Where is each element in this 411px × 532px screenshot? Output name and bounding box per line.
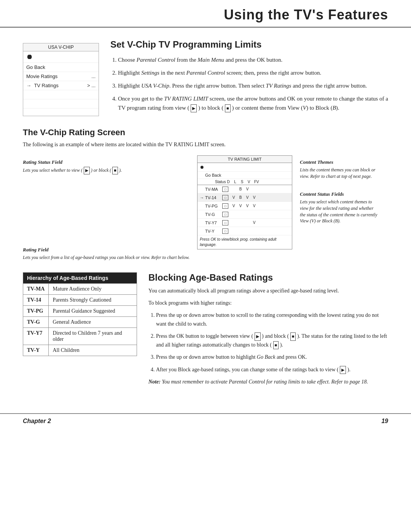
- blocking-step-1: Press the up or down arrow button to scr…: [156, 311, 388, 328]
- rating-desc-tvma: Mature Audience Only: [49, 283, 137, 294]
- table-row: TV-G General Audience: [23, 316, 137, 328]
- footer-page: 19: [381, 418, 388, 425]
- rating-field-label: Rating Field: [23, 247, 190, 253]
- col-header-row: Status D L S V FV: [198, 179, 292, 185]
- tvma-status-icon: □: [222, 187, 228, 192]
- rating-right-labels: Content Themes Lists the content themes …: [300, 155, 380, 224]
- table-row: TV-Y All Children: [23, 345, 137, 356]
- block-icon-2: ■: [290, 332, 296, 341]
- blocking-intro1: You can automatically block all program …: [148, 287, 388, 295]
- tv-rating-row-tv14: → TV-14 □ V B V V: [198, 193, 292, 202]
- tvg-status-icon: □: [222, 212, 228, 217]
- rating-diagram: Rating Status Field Lets you select whet…: [23, 155, 388, 260]
- tv-rating-row-tvg: TV-G □: [198, 210, 292, 219]
- rating-field-desc: Lets you select from a list of age-based…: [23, 254, 190, 261]
- rating-code-tvpg: TV-PG: [23, 305, 49, 316]
- vchip-menu-blank: [23, 90, 99, 99]
- table-row: TV-MA Mature Audience Only: [23, 283, 137, 294]
- vchip-content: Set V-Chip TV Programming Limits Choose …: [110, 39, 388, 116]
- tv-rating-row-tvy7: TV-Y7 □ V: [198, 219, 292, 227]
- vchip-menu-title: USA V-CHIP: [23, 43, 99, 51]
- vchip-step-4: Once you get to the TV RATING LIMIT scre…: [118, 94, 388, 112]
- rating-field-area: Rating Field Lets you select from a list…: [23, 224, 190, 261]
- rating-code-tvy7: TV-Y7: [23, 328, 49, 345]
- tv-rating-vcr-row: ⏺: [198, 163, 292, 172]
- vchip-menu-tv-ratings: → TV Ratings > ...: [23, 81, 99, 90]
- view-icon: ▶: [191, 104, 197, 113]
- view-icon-2: ▶: [255, 332, 261, 341]
- content-themes-label: Content Themes: [300, 159, 380, 165]
- block-icon: ■: [225, 104, 231, 113]
- ratings-table-header: Hierarchy of Age-Based Ratings: [23, 272, 137, 283]
- rating-code-tvma: TV-MA: [23, 283, 49, 294]
- vchip-menu-go-back: Go Back: [23, 63, 99, 72]
- blocking-note: Note: You must remember to activate Pare…: [148, 378, 388, 386]
- blocking-step-3: Press the up or down arrow button to hig…: [156, 353, 388, 361]
- vchip-menu-movie-ratings: Movie Ratings ...: [23, 72, 99, 81]
- tv-rating-row-tvma: TV-MA □ B V: [198, 185, 292, 193]
- view-icon-small: ▶: [84, 167, 90, 174]
- vchip-step-3: Highlight USA V-Chip. Press the right ar…: [118, 81, 388, 90]
- page-body: USA V-CHIP ⏺ Go Back Movie Ratings ... →…: [0, 28, 411, 406]
- rating-desc-tvpg: Parental Guidance Suggested: [49, 305, 137, 316]
- vchip-step-2: Highlight Settings in the next Parental …: [118, 68, 388, 77]
- block-icon-3: ■: [273, 341, 279, 350]
- rating-screen-heading: The V-Chip Rating Screen: [23, 128, 388, 137]
- content-status-fields-label: Content Status Fields: [300, 191, 380, 197]
- rating-code-tvy: TV-Y: [23, 345, 49, 356]
- table-row: TV-Y7 Directed to Children 7 years and o…: [23, 328, 137, 345]
- tv-rating-row-tvpg: TV-PG □ V V V V: [198, 202, 292, 210]
- table-row: TV-PG Parental Guidance Suggested: [23, 305, 137, 316]
- ratings-table: Hierarchy of Age-Based Ratings TV-MA Mat…: [23, 272, 137, 356]
- vchip-menu-blank2: [23, 99, 99, 109]
- blocking-heading: Blocking Age-Based Ratings: [148, 272, 388, 283]
- tv14-status-icon: □: [222, 195, 228, 200]
- rating-desc-tvy: All Children: [49, 345, 137, 356]
- rating-desc-tv14: Parents Strongly Cautioned: [49, 294, 137, 305]
- table-row: TV-14 Parents Strongly Cautioned: [23, 294, 137, 305]
- tv-rating-go-back: Go Back: [198, 172, 292, 179]
- page-header: Using the TV's Features: [0, 0, 411, 28]
- vchip-menu-box: USA V-CHIP ⏺ Go Back Movie Ratings ... →…: [23, 43, 99, 116]
- vchip-step-1: Choose Parental Control from the Main Me…: [118, 55, 388, 64]
- tv-rating-title: TV RATING LIMIT: [198, 156, 292, 163]
- rating-status-field-desc: Lets you select whether to view ( ▶ ) or…: [23, 167, 190, 174]
- page-title: Using the TV's Features: [23, 7, 388, 23]
- block-icon-small: ■: [112, 167, 118, 174]
- vchip-section: USA V-CHIP ⏺ Go Back Movie Ratings ... →…: [23, 39, 388, 116]
- rating-left-labels: Rating Status Field Lets you select whet…: [23, 155, 190, 260]
- vchip-vcr-icon: ⏺: [23, 51, 99, 63]
- rating-code-tvg: TV-G: [23, 316, 49, 328]
- tvy-status-icon: □: [222, 228, 228, 234]
- rating-desc-tvy7: Directed to Children 7 years and older: [49, 328, 137, 345]
- view-icon-3: ▶: [340, 366, 346, 374]
- tv-rating-row-tvy: TV-Y □: [198, 227, 292, 235]
- footer-chapter: Chapter 2: [23, 418, 51, 425]
- content-themes-desc: Lists the content themes you can block o…: [300, 167, 380, 180]
- blocking-content: Blocking Age-Based Ratings You can autom…: [148, 272, 388, 390]
- tv-rating-note: Press OK to view/block prog. containing …: [198, 235, 292, 249]
- blocking-section: Hierarchy of Age-Based Ratings TV-MA Mat…: [23, 272, 388, 390]
- rating-screen-intro: The following is an example of where ite…: [23, 141, 388, 149]
- blocking-steps-list: Press the up or down arrow button to scr…: [156, 311, 388, 374]
- rating-screen-section: The V-Chip Rating Screen The following i…: [23, 128, 388, 260]
- page-footer: Chapter 2 19: [0, 413, 411, 428]
- tv-rating-box: TV RATING LIMIT ⏺ Go Back Status D L S V: [197, 155, 292, 249]
- tvpg-status-icon: □: [222, 203, 228, 209]
- rating-code-tv14: TV-14: [23, 294, 49, 305]
- rating-status-field-label: Rating Status Field: [23, 159, 190, 165]
- blocking-intro2: To block programs with higher ratings:: [148, 299, 388, 307]
- content-status-fields-desc: Lets you select which content themes to …: [300, 199, 380, 224]
- tvy7-status-icon: □: [222, 220, 228, 225]
- vchip-heading: Set V-Chip TV Programming Limits: [110, 39, 388, 50]
- vchip-steps-list: Choose Parental Control from the Main Me…: [118, 55, 388, 112]
- rating-desc-tvg: General Audience: [49, 316, 137, 328]
- blocking-step-2: Press the OK button to toggle between vi…: [156, 332, 388, 349]
- blocking-step-4: After you Block age-based ratings, you c…: [156, 366, 388, 374]
